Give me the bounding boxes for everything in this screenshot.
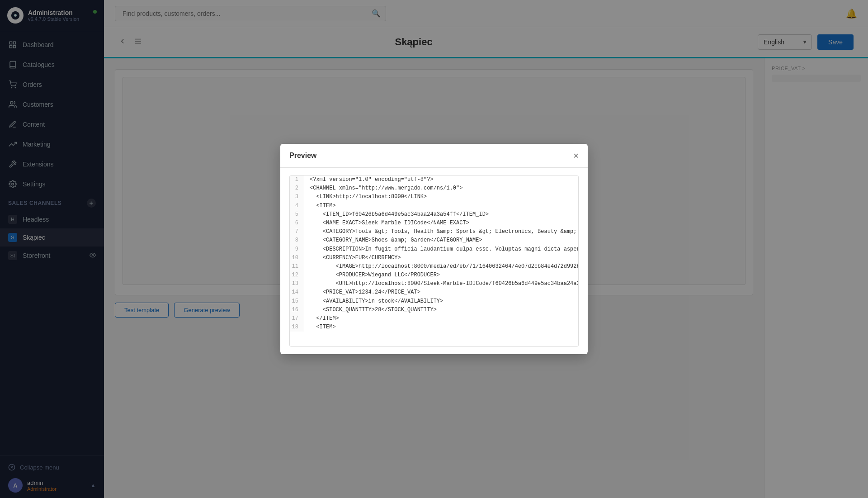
preview-modal: Preview × 1<?xml version="1.0" encoding=… — [280, 144, 588, 354]
code-preview-line: 11 <IMAGE>http://localhost:8000/media/ed… — [290, 262, 578, 271]
code-preview-line: 18 <ITEM> — [290, 323, 578, 332]
code-preview-line: 3 <LINK>http://localhost:8000</LINK> — [290, 193, 578, 201]
code-preview-line: 8 <CATEGORY_NAME>Shoes &amp; Garden</CAT… — [290, 236, 578, 245]
code-preview-line: 17 </ITEM> — [290, 314, 578, 323]
modal-body: 1<?xml version="1.0" encoding="utf-8"?>2… — [280, 168, 588, 354]
code-preview-content[interactable]: 1<?xml version="1.0" encoding="utf-8"?>2… — [289, 175, 579, 347]
code-preview-line: 12 <PRODUCER>Wiegand LLC</PRODUCER> — [290, 271, 578, 280]
code-preview-line: 5 <ITEM_ID>f60426b5a6d449e5ac34baa24a3a5… — [290, 210, 578, 219]
modal-overlay[interactable]: Preview × 1<?xml version="1.0" encoding=… — [0, 0, 868, 498]
code-preview-line: 7 <CATEGORY>Tools &gt; Tools, Health &am… — [290, 228, 578, 236]
code-preview-line: 13 <URL>http://localhost:8000/Sleek-Marb… — [290, 280, 578, 288]
code-preview-line: 10 <CURRENCY>EUR</CURRENCY> — [290, 254, 578, 262]
code-preview-line: 9 <DESCRIPTION>In fugit officia laudanti… — [290, 245, 578, 254]
code-preview-line: 16 <STOCK_QUANTITY>28</STOCK_QUANTITY> — [290, 306, 578, 314]
code-preview-line: 1<?xml version="1.0" encoding="utf-8"?> — [290, 175, 578, 184]
code-preview-line: 15 <AVAILABILITY>in stock</AVAILABILITY> — [290, 297, 578, 306]
modal-header: Preview × — [280, 144, 588, 168]
code-preview-line: 14 <PRICE_VAT>1234.24</PRICE_VAT> — [290, 288, 578, 297]
code-preview-line: 4 <ITEM> — [290, 202, 578, 210]
code-preview-line: 6 <NAME_EXACT>Sleek Marble IDICode</NAME… — [290, 219, 578, 228]
modal-close-button[interactable]: × — [573, 151, 579, 160]
modal-title: Preview — [289, 152, 316, 160]
code-preview-line: 2<CHANNEL xmlns="http://www.mergado.com/… — [290, 184, 578, 193]
